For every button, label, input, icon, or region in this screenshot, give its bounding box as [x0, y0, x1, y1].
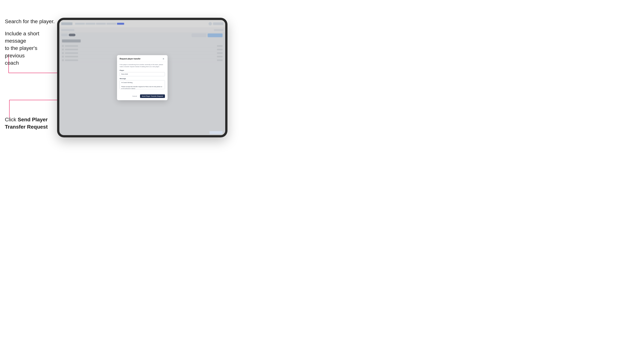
footer-action-btn: [210, 131, 222, 134]
modal-title: Request player transfer: [120, 58, 140, 60]
player-search-input[interactable]: [120, 72, 165, 76]
app-footer: [210, 131, 222, 134]
modal-body: If the player is transferring from anoth…: [117, 62, 168, 94]
modal-description: If the player is transferring from anoth…: [120, 64, 165, 68]
modal-close-button[interactable]: ✕: [162, 57, 165, 60]
send-transfer-request-button[interactable]: Send Player Transfer Request: [140, 94, 165, 98]
tablet-device: Request player transfer ✕ If the player …: [57, 18, 228, 137]
tablet-screen: Request player transfer ✕ If the player …: [59, 20, 225, 135]
modal-overlay: Request player transfer ✕ If the player …: [59, 20, 225, 135]
annotation-search: Search for the player.: [5, 18, 55, 25]
modal-header: Request player transfer ✕: [117, 55, 168, 62]
annotation-message: Include a short message to the player's …: [5, 30, 52, 67]
message-textarea[interactable]: Hi Coach McHarg, Please accept this tran…: [120, 80, 165, 89]
message-field-label: Message: [120, 78, 165, 79]
request-transfer-modal: Request player transfer ✕ If the player …: [117, 55, 168, 100]
player-field-label: Player: [120, 70, 165, 71]
modal-footer: Cancel Send Player Transfer Request: [117, 94, 168, 100]
cancel-button[interactable]: Cancel: [131, 95, 138, 98]
annotation-click: Click Send PlayerTransfer Request: [5, 116, 56, 131]
